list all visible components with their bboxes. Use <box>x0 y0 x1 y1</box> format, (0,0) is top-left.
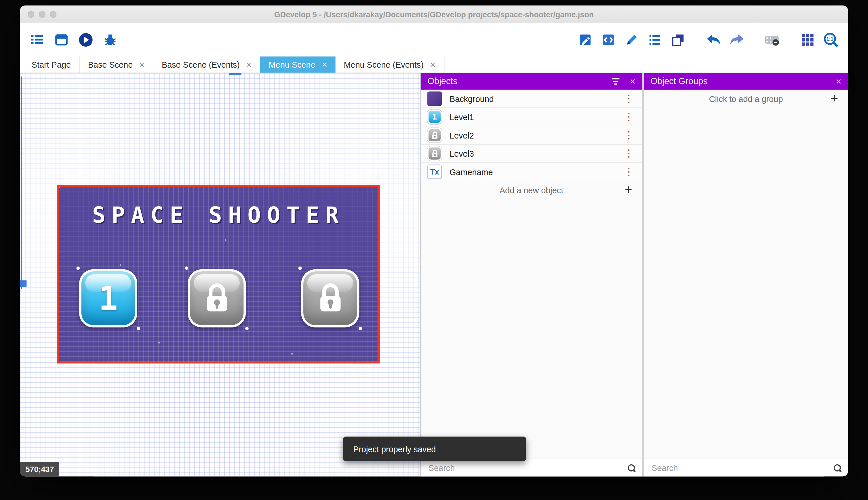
tab-base-scene-events[interactable]: Base Scene (Events) × <box>153 56 260 72</box>
close-window-button[interactable] <box>28 11 34 18</box>
canvas-bound-line <box>21 76 22 289</box>
groups-panel-header: Object Groups × <box>644 73 848 90</box>
close-tab-icon[interactable]: × <box>139 60 144 69</box>
tab-label: Menu Scene (Events) <box>344 60 423 69</box>
object-name: Gamename <box>449 167 614 177</box>
object-name: Level3 <box>449 149 614 158</box>
debug-button[interactable] <box>102 32 119 48</box>
zoom-ratio-label: 1:1 <box>826 36 833 42</box>
level2-button-instance[interactable] <box>188 269 246 328</box>
locked-thumbnail-icon <box>427 128 442 142</box>
maximize-window-button[interactable] <box>50 11 56 18</box>
groups-search-input[interactable] <box>650 463 828 473</box>
redo-button[interactable] <box>728 32 745 48</box>
scene-canvas[interactable]: SPACE SHOOTER 1 <box>20 73 420 476</box>
plus-icon[interactable]: + <box>625 182 632 197</box>
add-group-button[interactable]: Click to add a group + <box>644 90 848 108</box>
sparkle-dot <box>245 327 249 330</box>
object-row-level1[interactable]: 1 Level1 ⋮ <box>421 108 642 126</box>
start-preview-button[interactable] <box>78 32 94 48</box>
window-title: GDevelop 5 - /Users/dkarakay/Documents/G… <box>274 10 594 19</box>
toolbar-left <box>29 32 119 48</box>
tab-label: Base Scene <box>88 60 133 69</box>
gdevelop-window: GDevelop 5 - /Users/dkarakay/Documents/G… <box>20 5 848 476</box>
close-tab-icon[interactable]: × <box>430 60 435 69</box>
undo-icon <box>705 32 722 48</box>
add-group-label: Click to add a group <box>709 94 783 104</box>
play-icon <box>78 32 94 48</box>
row-menu-icon[interactable]: ⋮ <box>622 147 635 160</box>
groups-panel-empty-area <box>644 108 848 459</box>
groups-panel-title: Object Groups <box>650 76 707 87</box>
object-cube-icon <box>578 33 592 47</box>
star-dot <box>119 264 121 266</box>
game-title-text[interactable]: SPACE SHOOTER <box>59 202 378 228</box>
minimize-window-button[interactable] <box>39 11 46 18</box>
tab-menu-scene[interactable]: Menu Scene × <box>260 56 336 72</box>
canvas-resize-handle[interactable] <box>20 280 26 287</box>
row-menu-icon[interactable]: ⋮ <box>622 129 635 141</box>
search-icon <box>628 464 635 472</box>
level-number: 1 <box>81 272 135 326</box>
level3-button-instance[interactable] <box>301 269 359 328</box>
close-tab-icon[interactable]: × <box>246 60 251 69</box>
star-dot <box>291 353 293 354</box>
bug-icon <box>103 33 117 47</box>
pencil-icon <box>624 33 639 47</box>
toggle-grid-button[interactable] <box>799 32 816 48</box>
tab-base-scene[interactable]: Base Scene × <box>80 56 153 72</box>
layers-editor-button[interactable] <box>670 32 687 48</box>
close-panel-icon[interactable]: × <box>836 77 842 86</box>
tab-menu-scene-events[interactable]: Menu Scene (Events) × <box>336 56 444 72</box>
undo-button[interactable] <box>705 32 722 48</box>
close-panel-icon[interactable]: × <box>630 77 635 86</box>
capture-button[interactable] <box>764 32 781 48</box>
object-groups-panel: Object Groups × Click to add a group + <box>642 73 848 476</box>
text-object-thumbnail-icon: Tx <box>427 164 442 179</box>
star-dot <box>158 342 160 344</box>
add-object-button[interactable]: Add a new object + <box>421 181 642 199</box>
layers-icon <box>671 33 685 47</box>
object-name: Level1 <box>449 112 614 122</box>
canvas-top-tick <box>229 73 241 75</box>
level1-thumbnail-icon: 1 <box>427 110 442 124</box>
row-menu-icon[interactable]: ⋮ <box>622 111 635 123</box>
objects-editor-button[interactable] <box>577 32 594 48</box>
close-tab-icon[interactable]: × <box>322 60 327 69</box>
add-object-label: Add a new object <box>500 185 563 195</box>
search-icon <box>834 464 842 472</box>
level1-button-instance[interactable]: 1 <box>79 269 137 328</box>
sparkle-dot <box>137 327 140 330</box>
tab-start-page[interactable]: Start Page <box>23 56 80 72</box>
project-manager-button[interactable] <box>29 32 46 48</box>
lock-icon <box>303 272 357 326</box>
filter-icon[interactable] <box>611 78 620 85</box>
sparkle-dot <box>298 266 302 270</box>
properties-button[interactable] <box>623 32 640 48</box>
tab-label: Menu Scene <box>269 60 315 69</box>
object-row-level2[interactable]: Level2 ⋮ <box>421 126 642 145</box>
tab-label: Base Scene (Events) <box>162 60 240 69</box>
object-name: Level2 <box>449 130 614 140</box>
zoom-reset-button[interactable]: 1:1 <box>822 32 839 48</box>
row-menu-icon[interactable]: ⋮ <box>622 166 635 178</box>
scene-instance-background[interactable]: SPACE SHOOTER 1 <box>57 185 379 363</box>
objects-panel-title: Objects <box>427 76 457 87</box>
lock-icon <box>190 272 244 326</box>
object-row-gamename[interactable]: Tx Gamename ⋮ <box>421 163 642 181</box>
row-menu-icon[interactable]: ⋮ <box>622 92 635 104</box>
toolbar-right: 1:1 <box>577 32 839 48</box>
scene-editor-button[interactable] <box>53 32 70 48</box>
sparkle-dot <box>185 266 188 270</box>
object-row-background[interactable]: Background ⋮ <box>421 90 642 108</box>
objects-panel-header: Objects × <box>421 73 642 90</box>
grid-icon <box>800 32 815 48</box>
plus-icon[interactable]: + <box>831 91 838 106</box>
objects-search-input[interactable] <box>427 463 622 473</box>
sparkle-dot <box>76 266 80 270</box>
instances-list-button[interactable] <box>647 32 664 48</box>
object-groups-editor-button[interactable] <box>600 32 617 48</box>
toolbar: 1:1 <box>20 23 848 56</box>
groups-search-row <box>644 459 848 477</box>
object-row-level3[interactable]: Level3 ⋮ <box>421 145 642 163</box>
